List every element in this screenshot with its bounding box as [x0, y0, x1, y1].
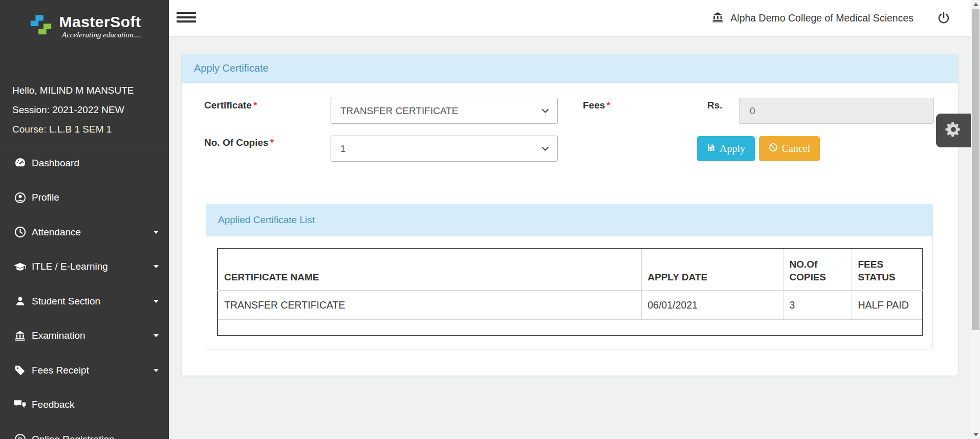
- cell-certificate-name: TRANSFER CERTIFICATE: [217, 291, 641, 319]
- college-name: Alpha Demo College of Medical Sciences: [711, 0, 913, 36]
- apply-certificate-panel-header: Apply Certificate: [182, 54, 958, 83]
- bank-icon: [711, 11, 724, 26]
- ban-icon: [769, 143, 778, 155]
- sidebar-item-attendance[interactable]: Attendance: [0, 215, 169, 250]
- column-header-no-of-copies: NO.Of COPIES: [783, 249, 852, 291]
- college-name-text: Alpha Demo College of Medical Sciences: [730, 12, 913, 24]
- chevron-down-icon: [541, 108, 549, 113]
- table-row: TRANSFER CERTIFICATE 06/01/2021 3 HALF P…: [217, 291, 923, 319]
- cell-apply-date: 06/01/2021: [641, 291, 783, 319]
- svg-text:R: R: [18, 436, 23, 439]
- chevron-down-icon: [154, 334, 159, 337]
- scrollbar-thumb[interactable]: [972, 9, 979, 330]
- sidebar-item-label: Attendance: [32, 227, 81, 238]
- greeting-text: Hello, MILIND M MANSUTE: [12, 81, 162, 100]
- user-circle-icon: [12, 192, 28, 204]
- sidebar-item-label: ITLE / E-Learning: [32, 261, 108, 272]
- apply-button[interactable]: Apply: [697, 136, 755, 161]
- panel-title: Apply Certificate: [194, 62, 269, 74]
- chevron-down-icon: [541, 146, 549, 151]
- sidebar-item-label: Online Registration: [32, 434, 115, 439]
- hamburger-icon[interactable]: [177, 12, 196, 25]
- sidebar-item-label: Profile: [32, 192, 59, 203]
- sidebar: MasterSoft Accelerating education.... He…: [0, 0, 169, 439]
- chevron-down-icon: [154, 300, 159, 303]
- page-scrollbar[interactable]: [971, 0, 980, 439]
- apply-certificate-panel: Apply Certificate Certificate* TRANSFER …: [181, 54, 959, 376]
- settings-gear-button[interactable]: [936, 114, 971, 147]
- required-mark: *: [606, 100, 610, 111]
- column-header-certificate-name: CERTIFICATE NAME: [217, 249, 641, 291]
- applied-certificate-list-header: Applied Certificate List: [206, 204, 932, 236]
- mastersoft-logo-icon: [28, 13, 54, 41]
- column-header-apply-date: APPLY DATE: [641, 249, 783, 291]
- sidebar-item-online-registration[interactable]: R Online Registration: [0, 422, 169, 439]
- applied-certificate-list-panel: Applied Certificate List CERTIFICATE NAM…: [206, 204, 933, 349]
- sidebar-item-profile[interactable]: Profile: [0, 181, 169, 215]
- sidebar-item-feedback[interactable]: Feedback: [0, 388, 169, 423]
- copies-select[interactable]: 1: [331, 136, 558, 162]
- sidebar-item-label: Student Section: [32, 296, 100, 307]
- sidebar-item-examination[interactable]: Examination: [0, 319, 169, 354]
- sidebar-item-student-section[interactable]: Student Section: [0, 284, 169, 319]
- cancel-button[interactable]: Cancel: [759, 136, 820, 161]
- panel-title: Applied Certificate List: [218, 214, 315, 226]
- cancel-button-label: Cancel: [782, 143, 811, 155]
- required-mark: *: [253, 100, 257, 111]
- apply-button-label: Apply: [720, 143, 745, 155]
- sidebar-item-fees-receipt[interactable]: Fees Receipt: [0, 353, 169, 388]
- certificate-label: Certificate*: [204, 100, 257, 111]
- certificate-select[interactable]: TRANSFER CERTIFICATE: [331, 98, 558, 124]
- topbar: Alpha Demo College of Medical Sciences: [169, 0, 971, 37]
- fees-label: Fees*: [583, 100, 611, 111]
- required-mark: *: [270, 137, 274, 148]
- table-header-row: CERTIFICATE NAME APPLY DATE NO.Of COPIES…: [217, 249, 923, 291]
- logo-tagline: Accelerating education....: [59, 31, 141, 39]
- clock-icon: [12, 226, 28, 238]
- tag-icon: [12, 365, 28, 376]
- cell-fees-status: HALF PAID: [852, 291, 923, 319]
- sidebar-divider: [0, 144, 169, 144]
- column-header-fees-status: FEES STATUS: [852, 249, 923, 291]
- power-icon[interactable]: [937, 11, 950, 26]
- chevron-down-icon: [154, 369, 159, 372]
- session-text: Session: 2021-2022 NEW: [12, 100, 162, 120]
- sidebar-menu: Dashboard Profile Attendance ITLE /: [0, 146, 169, 439]
- cell-no-of-copies: 3: [783, 291, 852, 319]
- gear-icon: [945, 121, 962, 140]
- dashboard-icon: [12, 157, 28, 169]
- certificate-select-value: TRANSFER CERTIFICATE: [340, 105, 458, 117]
- app-root: MasterSoft Accelerating education.... He…: [0, 0, 980, 439]
- sidebar-item-label: Examination: [32, 330, 85, 341]
- rs-label: Rs.: [707, 100, 723, 111]
- logo-title: MasterSoft: [59, 13, 141, 31]
- mastersoft-logo: MasterSoft Accelerating education....: [0, 0, 169, 41]
- scroll-up-arrow-icon[interactable]: [971, 0, 980, 9]
- sidebar-item-label: Feedback: [32, 399, 74, 410]
- sidebar-item-itle-elearning[interactable]: ITLE / E-Learning: [0, 250, 169, 284]
- comments-icon: [12, 400, 28, 410]
- sidebar-item-dashboard[interactable]: Dashboard: [0, 146, 169, 181]
- registered-icon: R: [12, 433, 28, 439]
- chevron-down-icon: [154, 231, 159, 234]
- bank-icon: [12, 330, 28, 341]
- chevron-down-icon: [154, 265, 159, 268]
- course-text: Course: L.L.B 1 SEM 1: [12, 120, 162, 139]
- table-empty-row: [217, 319, 923, 336]
- user-info: Hello, MILIND M MANSUTE Session: 2021-20…: [12, 81, 162, 139]
- sidebar-item-label: Dashboard: [32, 158, 79, 169]
- copies-select-value: 1: [340, 143, 346, 155]
- save-icon: [707, 143, 715, 155]
- copies-label: No. Of Copies*: [204, 137, 274, 148]
- applied-certificates-table: CERTIFICATE NAME APPLY DATE NO.Of COPIES…: [217, 248, 923, 336]
- scroll-down-arrow-icon[interactable]: [971, 430, 980, 439]
- user-icon: [12, 296, 28, 306]
- graduation-cap-icon: [12, 261, 28, 272]
- sidebar-item-label: Fees Receipt: [32, 365, 89, 376]
- fees-input[interactable]: [739, 98, 934, 124]
